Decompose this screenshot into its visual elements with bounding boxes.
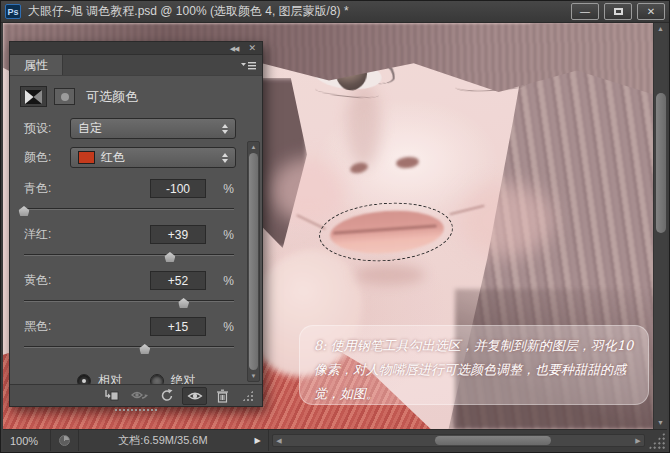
maximize-button[interactable] <box>604 3 632 20</box>
collapse-panels-icon[interactable]: ◀◀ <box>230 45 239 52</box>
horizontal-scrollbar[interactable]: ◀ ▶ <box>272 434 645 447</box>
slider-cyan: 青色: -100 % <box>10 172 248 218</box>
title-bar[interactable]: Ps 大眼仔~旭 调色教程.psd @ 100% (选取颜色 4, 图层蒙版/8… <box>1 1 669 23</box>
zoom-level-field[interactable]: 100% <box>3 430 51 451</box>
eye-arrow-icon <box>130 389 148 402</box>
preset-dropdown[interactable]: 自定 <box>70 118 236 139</box>
dropdown-arrows-icon <box>222 124 228 134</box>
black-label: 黑色: <box>24 318 150 335</box>
panel-scrollbar-thumb[interactable] <box>249 153 258 370</box>
tab-properties[interactable]: 属性 <box>10 55 63 75</box>
window-resize-grip[interactable] <box>648 432 665 449</box>
tutorial-caption: 8: 使用钢笔工具勾出选区，并复制到新的图层，羽化10像素，对人物嘴唇进行可选颜… <box>299 325 649 405</box>
panel-resize-grip[interactable] <box>242 390 254 402</box>
slider-yellow: 黄色: +52 % <box>10 264 248 310</box>
layer-mask-icon <box>54 88 75 105</box>
maximize-icon <box>614 8 623 15</box>
panel-menu-icon <box>241 61 256 70</box>
panel-menu-button[interactable] <box>235 55 262 75</box>
panel-body: 可选颜色 预设: 自定 颜色: 红色 青色: <box>10 77 262 384</box>
slider-magenta: 洋红: +39 % <box>10 218 248 264</box>
status-drive-icon <box>59 435 70 446</box>
color-value: 红色 <box>101 149 125 166</box>
status-bar: 100% 文档:6.59M/35.6M ▶ ◀ ▶ <box>3 429 667 451</box>
reset-icon <box>160 389 174 402</box>
magenta-slider-track[interactable] <box>24 254 234 256</box>
cyan-value-field[interactable]: -100 <box>150 179 206 198</box>
scroll-right-icon[interactable]: ▶ <box>632 437 644 445</box>
color-dropdown[interactable]: 红色 <box>70 147 236 168</box>
properties-panel: ◀◀ ✕ 属性 <box>9 41 263 407</box>
preset-label: 预设: <box>24 120 70 137</box>
black-slider-track[interactable] <box>24 346 234 348</box>
cyan-slider-track[interactable] <box>24 208 234 210</box>
reset-adjustment-button[interactable] <box>154 387 179 405</box>
vertical-scrollbar[interactable]: ▲ ▼ <box>653 23 667 429</box>
selective-color-adjustment-icon <box>20 86 47 107</box>
vertical-scrollbar-thumb[interactable] <box>656 93 666 233</box>
preset-row: 预设: 自定 <box>10 114 248 143</box>
document-size-info: 文档:6.59M/35.6M <box>79 430 247 451</box>
yellow-unit: % <box>218 274 234 288</box>
clip-to-layer-button[interactable] <box>98 387 123 405</box>
status-flyout-button[interactable]: ▶ <box>247 430 269 451</box>
minimize-icon: — <box>580 7 590 17</box>
color-label: 颜色: <box>24 149 70 166</box>
preset-value: 自定 <box>78 120 102 137</box>
vertical-scrollbar-track[interactable] <box>654 35 667 417</box>
magenta-label: 洋红: <box>24 226 150 243</box>
panel-drag-handle[interactable] <box>114 408 158 412</box>
adjustment-title: 可选颜色 <box>86 88 138 106</box>
yellow-label: 黄色: <box>24 272 150 289</box>
view-previous-state-button[interactable] <box>126 387 151 405</box>
trash-icon <box>216 389 229 403</box>
scroll-left-icon[interactable]: ◀ <box>273 437 285 445</box>
panel-group-header[interactable]: ◀◀ ✕ <box>10 42 262 55</box>
minimize-button[interactable]: — <box>571 3 599 20</box>
panel-scroll-up-icon[interactable]: ▲ <box>251 142 257 152</box>
panel-footer-toolbar <box>10 384 262 406</box>
dropdown-arrows-icon <box>222 153 228 163</box>
panel-scrollbar[interactable]: ▲ ▼ <box>247 141 260 382</box>
toggle-visibility-button[interactable] <box>182 387 207 405</box>
yellow-value-field[interactable]: +52 <box>150 271 206 290</box>
scroll-up-icon[interactable]: ▲ <box>657 23 664 35</box>
black-value-field[interactable]: +15 <box>150 317 206 336</box>
panel-close-icon[interactable]: ✕ <box>248 44 256 53</box>
clip-to-layer-icon <box>103 389 119 402</box>
status-icon-wrap <box>51 430 79 451</box>
panel-scroll-down-icon[interactable]: ▼ <box>251 371 257 381</box>
window-title: 大眼仔~旭 调色教程.psd @ 100% (选取颜色 4, 图层蒙版/8) * <box>28 3 565 20</box>
panel-tab-strip: 属性 <box>10 55 262 76</box>
slider-black: 黑色: +15 % <box>10 310 248 356</box>
color-row: 颜色: 红色 <box>10 143 248 172</box>
photoshop-window: Ps 大眼仔~旭 调色教程.psd @ 100% (选取颜色 4, 图层蒙版/8… <box>0 0 670 453</box>
color-swatch <box>78 151 95 164</box>
eye-icon <box>187 390 203 402</box>
delete-adjustment-button[interactable] <box>210 387 235 405</box>
photoshop-app-icon[interactable]: Ps <box>5 4 21 19</box>
black-unit: % <box>218 320 234 334</box>
close-button[interactable]: ✕ <box>637 3 665 20</box>
cyan-unit: % <box>218 182 234 196</box>
close-icon: ✕ <box>647 7 655 17</box>
window-controls: — ✕ <box>571 3 665 20</box>
cyan-label: 青色: <box>24 180 150 197</box>
magenta-unit: % <box>218 228 234 242</box>
adjustment-header-row: 可选颜色 <box>10 77 262 114</box>
magenta-value-field[interactable]: +39 <box>150 225 206 244</box>
scroll-down-icon[interactable]: ▼ <box>657 417 664 429</box>
horizontal-scrollbar-thumb[interactable] <box>435 436 551 445</box>
yellow-slider-track[interactable] <box>24 300 234 302</box>
